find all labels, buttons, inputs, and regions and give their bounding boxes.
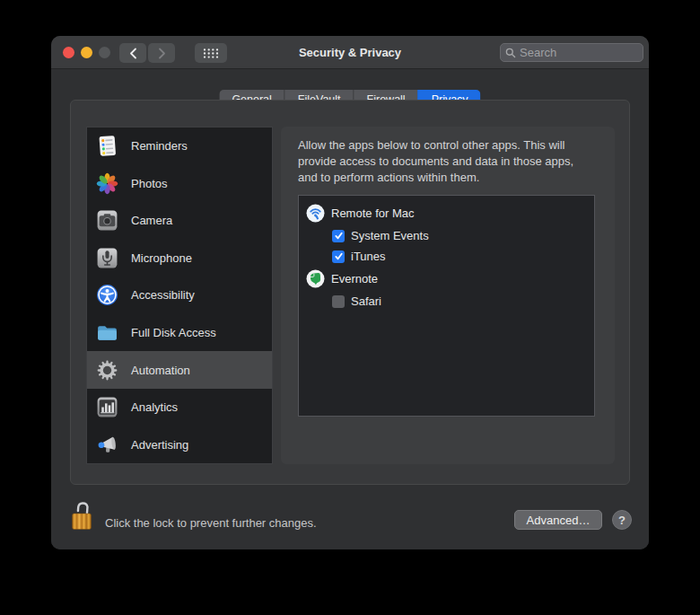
sidebar-item-accessibility[interactable]: Accessibility	[87, 277, 272, 314]
sidebar-item-label: Accessibility	[131, 288, 195, 302]
sidebar-item-reminders[interactable]: Reminders	[87, 127, 272, 165]
camera-icon	[95, 208, 119, 233]
photos-icon	[95, 171, 119, 196]
sidebar-item-analytics[interactable]: Analytics	[87, 389, 272, 426]
sidebar-item-label: Full Disk Access	[131, 326, 216, 339]
sidebar-item-microphone[interactable]: Microphone	[87, 240, 272, 277]
minimize-button[interactable]	[81, 47, 92, 58]
checkmark-icon	[334, 231, 344, 241]
forward-button[interactable]	[148, 43, 175, 63]
checkbox-system-events[interactable]	[332, 230, 345, 242]
help-button[interactable]: ?	[612, 510, 632, 530]
remote-for-mac-icon	[306, 204, 325, 223]
pane-description: Allow the apps below to control other ap…	[298, 137, 595, 186]
automation-apps-list: Remote for Mac System Events	[298, 195, 595, 417]
advanced-button[interactable]: Advanced…	[514, 510, 602, 530]
check-label: iTunes	[351, 250, 386, 263]
check-row-safari[interactable]: Safari	[306, 291, 594, 312]
advertising-icon	[95, 433, 119, 457]
privacy-detail-pane: Allow the apps below to control other ap…	[281, 127, 615, 464]
security-privacy-window: Security & Privacy General FileVault Fir…	[51, 36, 649, 549]
desktop-background: Security & Privacy General FileVault Fir…	[0, 0, 700, 615]
privacy-groupbox: Reminders	[70, 100, 630, 485]
chevron-left-icon	[129, 48, 137, 59]
microphone-icon	[95, 246, 119, 270]
lock-instruction-text: Click the lock to prevent further change…	[105, 516, 317, 530]
close-button[interactable]	[63, 47, 74, 58]
check-row-system-events[interactable]: System Events	[306, 225, 594, 246]
full-disk-access-icon	[95, 321, 119, 345]
checkmark-icon	[334, 251, 344, 261]
sidebar-item-full-disk-access[interactable]: Full Disk Access	[87, 314, 272, 352]
checkbox-safari[interactable]	[332, 295, 345, 308]
automation-icon	[95, 358, 119, 382]
checkbox-itunes[interactable]	[332, 250, 345, 263]
sidebar-item-label: Microphone	[131, 251, 192, 265]
search-input[interactable]	[520, 46, 638, 59]
sidebar-item-photos[interactable]: Photos	[87, 165, 272, 203]
check-label: Safari	[351, 294, 381, 308]
grid-icon	[203, 48, 219, 59]
sidebar-item-automation[interactable]: Automation	[87, 351, 272, 389]
sidebar-item-label: Automation	[131, 364, 190, 377]
evernote-icon	[306, 269, 325, 288]
window-content: General FileVault Firewall Privacy	[51, 69, 649, 549]
back-button[interactable]	[119, 43, 146, 63]
privacy-category-list: Reminders	[86, 127, 273, 464]
zoom-button-disabled	[99, 47, 110, 58]
sidebar-item-label: Advertising	[131, 438, 188, 452]
app-name: Evernote	[331, 272, 378, 286]
unlocked-padlock-icon	[68, 499, 95, 532]
sidebar-item-camera[interactable]: Camera	[87, 202, 272, 240]
check-label: System Events	[351, 229, 429, 242]
sidebar-item-label: Analytics	[131, 400, 178, 414]
sidebar-item-label: Photos	[131, 177, 167, 190]
app-row-evernote: Evernote	[306, 267, 594, 291]
show-all-button[interactable]	[195, 43, 227, 63]
sidebar-item-advertising[interactable]: Advertising	[87, 426, 272, 463]
app-name: Remote for Mac	[331, 206, 414, 220]
search-icon	[505, 48, 516, 58]
lock-button[interactable]	[68, 499, 95, 535]
chevron-right-icon	[158, 48, 166, 59]
accessibility-icon	[95, 283, 119, 307]
titlebar: Security & Privacy	[51, 36, 649, 69]
check-row-itunes[interactable]: iTunes	[306, 246, 594, 267]
sidebar-item-label: Reminders	[131, 139, 188, 153]
app-row-remote-for-mac: Remote for Mac	[306, 201, 594, 225]
reminders-icon	[95, 134, 119, 158]
search-field[interactable]	[500, 43, 643, 62]
analytics-icon	[95, 395, 119, 419]
sidebar-item-label: Camera	[131, 214, 172, 227]
